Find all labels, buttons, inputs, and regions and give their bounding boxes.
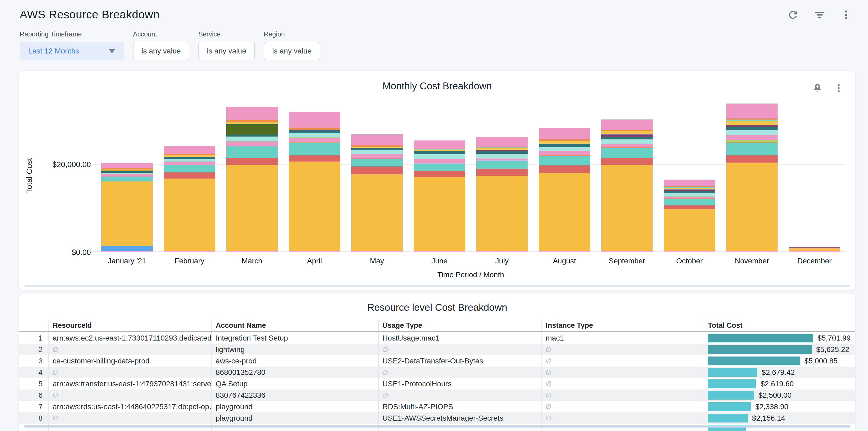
- segment-magenta[interactable]: [289, 251, 340, 252]
- segment-yellow[interactable]: [601, 131, 653, 134]
- column-header-instance-type[interactable]: Instance Type: [541, 319, 704, 331]
- account-filter-button[interactable]: is any value: [133, 42, 189, 60]
- table-row[interactable]: 3ce-customer-billing-data-prodaws-ce-pro…: [19, 355, 855, 367]
- timeframe-select[interactable]: Last 12 Months: [20, 42, 124, 60]
- more-menu-icon[interactable]: [840, 8, 852, 21]
- column-header-total-cost[interactable]: Total Cost: [704, 319, 855, 331]
- bar-october[interactable]: [664, 180, 715, 251]
- segment-lightcyan[interactable]: [414, 154, 465, 159]
- segment-magenta[interactable]: [476, 251, 528, 252]
- segment-amber[interactable]: [664, 209, 715, 251]
- segment-pink[interactable]: [726, 135, 778, 140]
- table-row[interactable]: 6∅830767422336∅∅$2,500.00: [19, 390, 855, 401]
- refresh-icon[interactable]: [786, 8, 799, 21]
- chart-horizontal-scrollbar[interactable]: [25, 285, 850, 286]
- bar-september[interactable]: [601, 119, 653, 251]
- segment-teal[interactable]: [101, 176, 153, 181]
- segment-magenta[interactable]: [539, 251, 590, 252]
- service-filter-button[interactable]: is any value: [198, 42, 255, 60]
- segment-lightcyan[interactable]: [476, 154, 528, 158]
- bar-august[interactable]: [539, 128, 590, 251]
- segment-amber[interactable]: [289, 161, 340, 251]
- table-row[interactable]: 7arn:aws:rds:us-east-1:448640225317:db:p…: [19, 401, 855, 412]
- table-row[interactable]: 2∅lightwing∅∅$5,625.22: [19, 344, 855, 355]
- segment-pink[interactable]: [414, 159, 465, 163]
- table-row[interactable]: 1arn:aws:ec2:us-east-1:733017110293:dedi…: [19, 332, 855, 344]
- segment-darkteal[interactable]: [726, 127, 778, 130]
- segment-magenta[interactable]: [226, 251, 278, 252]
- segment-lightcyan[interactable]: [664, 193, 715, 196]
- segment-darkteal[interactable]: [414, 151, 465, 154]
- segment-magenta[interactable]: [664, 251, 715, 251]
- segment-pink[interactable]: [164, 161, 215, 165]
- segment-red[interactable]: [476, 169, 528, 176]
- segment-red[interactable]: [539, 165, 590, 173]
- segment-lightcyan[interactable]: [601, 140, 653, 144]
- bar-november[interactable]: [726, 103, 778, 251]
- segment-teal[interactable]: [226, 146, 278, 158]
- segment-orange[interactable]: [226, 120, 278, 122]
- segment-pink[interactable]: [164, 146, 215, 154]
- segment-yellow[interactable]: [476, 148, 528, 150]
- segment-darkteal[interactable]: [289, 130, 340, 133]
- region-filter-button[interactable]: is any value: [264, 42, 320, 60]
- segment-darkteal[interactable]: [539, 144, 590, 147]
- segment-magenta[interactable]: [601, 251, 653, 252]
- segment-red[interactable]: [601, 158, 653, 165]
- segment-lightcyan[interactable]: [539, 147, 590, 151]
- segment-teal[interactable]: [164, 165, 215, 173]
- bar-may[interactable]: [351, 134, 403, 251]
- segment-teal[interactable]: [664, 199, 715, 205]
- segment-teal[interactable]: [414, 164, 465, 171]
- segment-lightcyan[interactable]: [726, 130, 778, 135]
- segment-darkteal[interactable]: [351, 148, 403, 150]
- segment-pink[interactable]: [414, 141, 465, 149]
- segment-amber[interactable]: [226, 165, 278, 251]
- table-row[interactable]: 5arn:aws:transfer:us-east-1:479370281431…: [19, 378, 855, 390]
- segment-darkteal[interactable]: [476, 151, 528, 154]
- table-horizontal-scrollbar[interactable]: [24, 425, 850, 428]
- segment-olive[interactable]: [226, 124, 278, 134]
- segment-pink[interactable]: [289, 137, 340, 142]
- table-row[interactable]: 4∅868001352780∅∅$2,679.42: [19, 367, 855, 378]
- segment-pink[interactable]: [601, 119, 653, 130]
- segment-teal[interactable]: [351, 159, 403, 166]
- segment-teal[interactable]: [601, 148, 653, 158]
- segment-maroon[interactable]: [601, 134, 653, 136]
- segment-yellowgreen[interactable]: [726, 140, 778, 142]
- segment-amber[interactable]: [101, 181, 153, 246]
- segment-darkteal[interactable]: [601, 136, 653, 140]
- segment-lightcyan[interactable]: [226, 137, 278, 141]
- segment-teal[interactable]: [539, 156, 590, 165]
- segment-amber[interactable]: [414, 177, 465, 251]
- segment-magenta[interactable]: [164, 251, 215, 252]
- alert-bell-add-icon[interactable]: [811, 82, 824, 94]
- segment-pink[interactable]: [476, 159, 528, 160]
- bar-march[interactable]: [226, 107, 278, 251]
- segment-magenta[interactable]: [789, 251, 840, 251]
- segment-teal[interactable]: [726, 143, 778, 155]
- column-header-account-name[interactable]: Account Name: [211, 319, 378, 331]
- segment-pink[interactable]: [726, 104, 778, 118]
- table-row[interactable]: 8∅playgroundUSE1-AWSSecretsManager-Secre…: [19, 412, 855, 424]
- segment-red[interactable]: [664, 205, 715, 209]
- segment-orange[interactable]: [289, 128, 340, 129]
- segment-pink[interactable]: [351, 134, 403, 145]
- segment-amber[interactable]: [726, 162, 778, 251]
- segment-yellow[interactable]: [664, 188, 715, 189]
- segment-red[interactable]: [164, 173, 215, 179]
- segment-pink[interactable]: [226, 141, 278, 146]
- segment-teal[interactable]: [476, 161, 528, 169]
- segment-darkteal[interactable]: [664, 191, 715, 193]
- segment-amber[interactable]: [476, 176, 528, 251]
- segment-magenta[interactable]: [414, 251, 465, 252]
- segment-magenta[interactable]: [351, 251, 403, 252]
- segment-pink[interactable]: [101, 163, 153, 168]
- segment-yellow[interactable]: [414, 150, 465, 151]
- segment-darkteal[interactable]: [101, 171, 153, 173]
- segment-magenta[interactable]: [101, 251, 153, 252]
- segment-pink[interactable]: [289, 112, 340, 128]
- segment-teal[interactable]: [289, 142, 340, 155]
- segment-pink[interactable]: [476, 137, 528, 147]
- bar-april[interactable]: [289, 112, 340, 251]
